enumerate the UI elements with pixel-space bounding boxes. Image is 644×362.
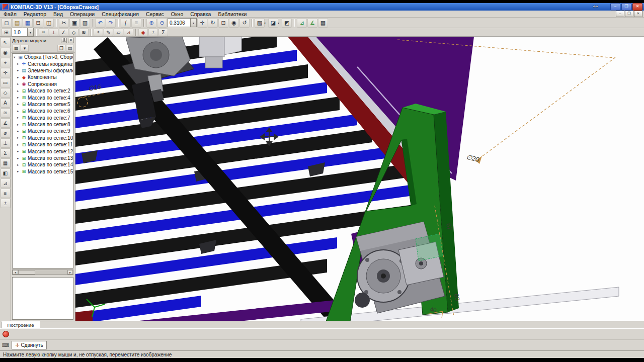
tree-structure-button[interactable]: ▦ (12, 45, 20, 52)
tree-item-root[interactable]: ▾▣Сборка (Тел-0, Сборочных едини (13, 54, 73, 60)
menu-view[interactable]: Вид (50, 11, 66, 17)
grid-button[interactable]: ▦ (318, 18, 328, 28)
tree-item-grid-array[interactable]: ▸⊞Массив по сетке:4 (13, 94, 73, 101)
expand-arrow-icon[interactable]: ▸ (17, 62, 21, 66)
chevron-down-icon[interactable]: ▾ (27, 28, 33, 36)
tree-item-grid-array[interactable]: ▸⊞Массив по сетке:10 (13, 135, 73, 141)
tree-item-grid-array[interactable]: ▸⊞Массив по сетке:13 (13, 155, 73, 161)
select-tool-icon[interactable]: ↖ (1, 38, 11, 47)
display-mode-button[interactable]: ▧ (255, 18, 265, 28)
tab-construction[interactable]: Построение (1, 321, 40, 328)
tree-horizontal-scrollbar[interactable]: ◂ ▸ (12, 269, 73, 275)
expand-arrow-icon[interactable]: ▸ (17, 163, 21, 167)
measure-button[interactable]: ⊿ (297, 18, 307, 28)
list-tool-icon[interactable]: ≡ (1, 189, 11, 198)
scrollbar-thumb[interactable] (18, 270, 35, 275)
spline-tool-icon[interactable]: ≋ (1, 108, 11, 118)
close-icon[interactable]: ✕ (68, 38, 74, 43)
tree-item-grid-array[interactable]: ▸⊞Массив по сетке:5 (13, 101, 73, 108)
tree-layers-button[interactable]: ❐ (57, 45, 65, 52)
point-snap-button[interactable]: ◇ (69, 28, 78, 36)
menu-service[interactable]: Сервис (142, 11, 168, 17)
tree-item-components[interactable]: ▸◆Компоненты (13, 74, 73, 80)
text-tool-icon[interactable]: A (1, 98, 11, 108)
library-manager-button[interactable]: ≡ (131, 18, 141, 28)
diameter-dim-icon[interactable]: ⌀ (1, 128, 11, 138)
step-combo[interactable]: 1.0 ▾ (12, 28, 34, 37)
model-tree[interactable]: ▾▣Сборка (Тел-0, Сборочных едини ▸✛Систе… (12, 53, 73, 268)
tolerance-tool-icon[interactable]: ± (1, 199, 11, 208)
tree-filter-button[interactable]: ▤ (66, 45, 74, 52)
menu-file[interactable]: Файл (0, 11, 20, 17)
keyboard-input-icon[interactable]: ⌨ (2, 342, 9, 348)
parameters-icon[interactable]: Σ (1, 148, 11, 158)
gear-motor-assembly[interactable] (355, 222, 445, 313)
menu-operations[interactable]: Операции (66, 11, 98, 17)
zoom-level-value[interactable]: 0.3106 (168, 20, 190, 26)
expand-arrow-icon[interactable]: ▸ (17, 156, 21, 160)
pin-icon[interactable] (61, 38, 67, 43)
tree-item-grid-array[interactable]: ▸⊞Массив по сетке:9 (13, 128, 73, 134)
snap-grid-button[interactable]: ⌗ (39, 28, 48, 36)
active-command-tab[interactable]: ✛ Сдвинуть (12, 341, 47, 349)
step-value[interactable]: 1.0 (12, 30, 27, 35)
minimize-button[interactable]: – (610, 3, 620, 11)
close-button[interactable]: ✕ (632, 3, 642, 11)
tree-item-grid-array[interactable]: ▸⊞Массив по сетке:7 (13, 115, 73, 121)
tolerance-button[interactable]: ± (148, 28, 158, 36)
mdi-minimize-button[interactable]: – (616, 11, 624, 17)
section-button[interactable]: ⊿ (124, 28, 133, 36)
expand-arrow-icon[interactable]: ▸ (17, 169, 21, 173)
chevron-down-icon[interactable]: ▾ (278, 21, 281, 25)
expand-arrow-icon[interactable]: ▸ (17, 96, 21, 100)
perpendicular-icon[interactable]: ⊥ (1, 138, 11, 148)
scroll-right-icon[interactable]: ▸ (67, 270, 73, 275)
tree-item-mates[interactable]: ▸◉Сопряжения (13, 81, 73, 87)
menu-window[interactable]: Окно (168, 11, 187, 17)
orientation-button[interactable]: ◪ (268, 18, 278, 28)
abort-command-icon[interactable] (3, 331, 9, 337)
array-tool-icon[interactable]: ▦ (1, 158, 11, 168)
expand-arrow-icon[interactable]: ▸ (17, 116, 21, 120)
expand-arrow-icon[interactable]: ▸ (17, 102, 21, 106)
expand-arrow-icon[interactable]: ▸ (17, 143, 21, 147)
surface-tool-icon[interactable]: ◧ (1, 168, 11, 178)
angle-dim-icon[interactable]: ∡ (1, 118, 11, 128)
tree-item-grid-array[interactable]: ▸⊞Массив по сетке:6 (13, 108, 73, 114)
plane-button[interactable]: ▱ (114, 28, 123, 36)
print-preview-button[interactable]: ◫ (44, 18, 54, 28)
ortho-mode-button[interactable]: ⊥ (49, 28, 58, 36)
zoom-area-button[interactable]: ⊡ (218, 18, 228, 28)
angle-measure-button[interactable]: ∡ (307, 18, 317, 28)
pan-view-button[interactable]: ✛ (197, 18, 207, 28)
expand-arrow-icon[interactable]: ▸ (17, 75, 21, 79)
rotate-view-button[interactable]: ↻ (208, 18, 218, 28)
nearest-snap-button[interactable]: ≋ (79, 28, 89, 36)
zoom-all-button[interactable]: ◉ (229, 18, 239, 28)
menu-help[interactable]: Справка (187, 11, 214, 17)
angle-snap-button[interactable]: ∠ (59, 28, 68, 36)
chevron-down-icon[interactable]: ▾ (190, 19, 196, 27)
refresh-view-button[interactable]: ↺ (239, 18, 250, 28)
expand-arrow-icon[interactable]: ▸ (17, 89, 21, 93)
triangle-tool-icon[interactable]: ⊿ (1, 178, 11, 188)
redo-button[interactable]: ↷ (106, 18, 116, 28)
open-document-button[interactable]: ▤ (12, 18, 22, 28)
sum-button[interactable]: Σ (158, 28, 168, 36)
mdi-restore-button[interactable]: ❐ (625, 11, 633, 17)
csys-tool-icon[interactable]: ⌖ (1, 58, 11, 67)
print-button[interactable]: ⊟ (33, 18, 43, 28)
mdi-close-button[interactable]: ✕ (634, 11, 642, 17)
chevron-down-icon[interactable]: ▾ (264, 21, 268, 25)
tree-item-coordinate-systems[interactable]: ▸✛Системы координат (13, 60, 73, 67)
hidden-lines-button[interactable]: ◩ (282, 18, 292, 28)
sketch-button[interactable]: ✎ (104, 28, 113, 36)
tree-item-decoration-elements[interactable]: ▸▤Элементы оформления (13, 67, 73, 74)
zoom-in-button[interactable]: ⊕ (146, 18, 156, 28)
expand-arrow-icon[interactable]: ▸ (17, 82, 21, 86)
scroll-left-icon[interactable]: ◂ (13, 270, 18, 275)
expand-arrow-icon[interactable]: ▸ (17, 129, 21, 133)
component-button[interactable]: ◆ (138, 28, 148, 36)
paste-button[interactable]: ▥ (80, 18, 90, 28)
zoom-out-button[interactable]: ⊖ (157, 18, 167, 28)
